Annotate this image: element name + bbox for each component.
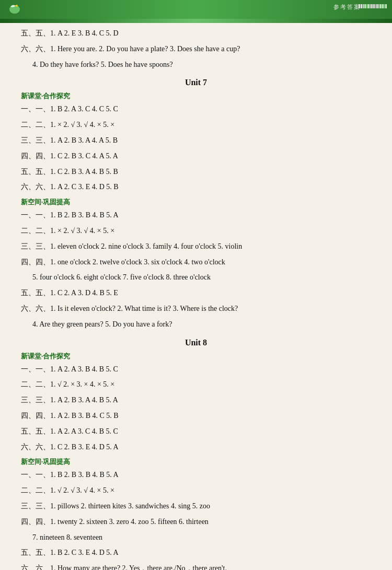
unit7-title: Unit 7: [21, 78, 371, 87]
u8-kj-wu: 五、五、1. B 2. C 3. E 4. D 5. A: [21, 546, 371, 559]
u8-xk-san-content: 三、1. A 2. B 3. A 4. B 5. A: [36, 396, 118, 404]
u8-xk-wu-content: 五、1. A 2. A 3. C 4. B 5. C: [36, 427, 118, 435]
u7-kj-san: 三、三、1. eleven o'clock 2. nine o'clock 3.…: [21, 240, 371, 253]
u8-xk-si-label: 四、: [21, 412, 36, 420]
u7-kj-liu-2-content: 4. Are they green pears? 5. Do you have …: [32, 320, 172, 328]
u8-xk-er-label: 二、: [21, 380, 36, 388]
unit7-xinketang-title: 新课堂·合作探究: [21, 91, 371, 101]
u7-kj-si-1-content: 四、1. one o'clock 2. twelve o'clock 3. si…: [36, 258, 225, 266]
u8-xk-san-label: 三、: [21, 396, 36, 404]
u7-xk-er-content: 二、1. × 2. √ 3. √ 4. × 5. ×: [36, 121, 114, 129]
u8-kj-san: 三、三、1. pillows 2. thirteen kites 3. sand…: [21, 500, 371, 513]
u6-liu-label: 六、: [21, 45, 36, 53]
barcode-lines: [359, 4, 387, 8]
u6-wu-row: 五、五、1. A 2. E 3. B 4. C 5. D: [21, 27, 371, 40]
u7-kj-liu-2: 4. Are they green pears? 5. Do you have …: [21, 318, 371, 331]
u7-kj-liu-1-content: 六、1. Is it eleven o'clock? 2. What time …: [36, 305, 238, 312]
u7-kj-liu-label: 六、: [21, 305, 36, 312]
u8-kj-wu-label: 五、: [21, 549, 36, 556]
u7-kj-yi-content: 一、1. B 2. B 3. B 4. B 5. A: [36, 211, 119, 219]
u8-xk-yi: 一、一、1. A 2. A 3. B 4. B 5. C: [21, 363, 371, 376]
svg-point-1: [16, 5, 18, 7]
u8-kj-si-2-content: 7. nineteen 8. seventeen: [32, 533, 102, 541]
u8-kj-si-2: 7. nineteen 8. seventeen: [21, 531, 371, 544]
u8-xk-liu-label: 六、: [21, 443, 36, 451]
content-area: 五、五、1. A 2. E 3. B 4. C 5. D 六、六、1. Here…: [0, 23, 392, 570]
u6-liu-content1: 六、1. Here you are. 2. Do you have a plat…: [36, 45, 240, 53]
u6-wu-label: 五、: [21, 29, 36, 37]
u7-xk-si: 四、四、1. C 2. B 3. C 4. A 5. A: [21, 150, 371, 162]
unit7-xinkongjian-title: 新空间·巩固提高: [21, 197, 371, 207]
u7-xk-wu-content: 五、1. C 2. B 3. A 4. B 5. B: [36, 168, 118, 176]
u8-kj-wu-content: 五、1. B 2. C 3. E 4. D 5. A: [36, 549, 119, 556]
u7-xk-er-label: 二、: [21, 121, 36, 129]
u7-xk-san: 三、三、1. A 2. B 3. A 4. A 5. B: [21, 134, 371, 147]
u8-xk-er: 二、二、1. √ 2. × 3. × 4. × 5. ×: [21, 378, 371, 391]
u8-xk-si: 四、四、1. A 2. B 3. B 4. C 5. B: [21, 410, 371, 422]
u8-xk-liu: 六、六、1. C 2. B 3. E 4. D 5. A: [21, 441, 371, 453]
unit8-title-text: Unit 8: [185, 338, 207, 347]
decorative-strip: [0, 19, 392, 23]
u7-kj-san-label: 三、: [21, 242, 36, 250]
u7-xk-yi-label: 一、: [21, 105, 36, 113]
u7-kj-wu-content: 五、1. C 2. A 3. D 4. B 5. E: [36, 289, 118, 297]
answer-label: 参考答案: [333, 4, 361, 10]
u7-xk-yi-content: 一、1. B 2. A 3. C 4. C 5. C: [36, 105, 118, 113]
u7-kj-er: 二、二、1. × 2. √ 3. √ 4. × 5. ×: [21, 225, 371, 237]
u7-kj-san-content: 三、1. eleven o'clock 2. nine o'clock 3. f…: [36, 242, 242, 250]
u8-kj-liu-1: 六、六、1. How many are there? 2. Yes，there …: [21, 562, 371, 570]
u8-kj-liu-1-content: 六、1. How many are there? 2. Yes，there ar…: [36, 564, 227, 570]
u8-kj-er-label: 二、: [21, 486, 36, 494]
u7-kj-yi-label: 一、: [21, 211, 36, 219]
u6-liu-content2: 4. Do they have forks? 5. Does he have s…: [32, 61, 173, 68]
u8-xk-wu: 五、五、1. A 2. A 3. C 4. B 5. C: [21, 425, 371, 438]
answer-tag-label: 参考答案: [333, 3, 361, 11]
u7-kj-si-1: 四、四、1. one o'clock 2. twelve o'clock 3. …: [21, 256, 371, 269]
unit8-title: Unit 8: [21, 338, 371, 347]
unit8-xinketang-title: 新课堂·合作探究: [21, 352, 371, 361]
u6-wu-content: 五、1. A 2. E 3. B 4. C 5. D: [36, 29, 119, 37]
u7-kj-liu-1: 六、六、1. Is it eleven o'clock? 2. What tim…: [21, 303, 371, 315]
u8-kj-liu-label: 六、: [21, 564, 36, 570]
u7-xk-yi: 一、一、1. B 2. A 3. C 4. C 5. C: [21, 103, 371, 115]
u8-xk-yi-content: 一、1. A 2. A 3. B 4. B 5. C: [36, 365, 118, 373]
u7-kj-si-label: 四、: [21, 258, 36, 266]
unit7-title-text: Unit 7: [185, 78, 207, 87]
u8-kj-er-content: 二、1. √ 2. √ 3. √ 4. × 5. ×: [36, 486, 114, 494]
unit8-xinkongjian-title: 新空间·巩固提高: [21, 457, 371, 467]
u8-xk-yi-label: 一、: [21, 365, 36, 373]
u7-xk-san-label: 三、: [21, 136, 36, 144]
u8-xk-si-content: 四、1. A 2. B 3. B 4. C 5. B: [36, 412, 119, 420]
unit8-xinketang-label: 新课堂·合作探究: [21, 352, 70, 360]
u7-xk-si-content: 四、1. C 2. B 3. C 4. A 5. A: [36, 152, 118, 160]
u7-kj-wu: 五、五、1. C 2. A 3. D 4. B 5. E: [21, 287, 371, 299]
unit8-xinkongjian-label: 新空间·巩固提高: [21, 458, 70, 466]
unit7-xinketang-label: 新课堂·合作探究: [21, 92, 70, 100]
u8-kj-er: 二、二、1. √ 2. √ 3. √ 4. × 5. ×: [21, 484, 371, 497]
u8-kj-yi-label: 一、: [21, 471, 36, 479]
u6-liu-row1: 六、六、1. Here you are. 2. Do you have a pl…: [21, 43, 371, 55]
barcode-area: [359, 3, 387, 8]
u7-kj-si-2: 5. four o'clock 6. eight o'clock 7. five…: [21, 271, 371, 284]
u7-xk-wu-label: 五、: [21, 168, 36, 176]
u8-xk-san: 三、三、1. A 2. B 3. A 4. B 5. A: [21, 394, 371, 406]
u7-xk-liu-content: 六、1. A 2. C 3. E 4. D 5. B: [36, 183, 119, 191]
u8-kj-si-label: 四、: [21, 518, 36, 526]
u7-kj-er-label: 二、: [21, 227, 36, 235]
u6-liu-row2: 4. Do they have forks? 5. Does he have s…: [21, 59, 371, 71]
u7-kj-er-content: 二、1. × 2. √ 3. √ 4. × 5. ×: [36, 227, 114, 235]
u8-xk-er-content: 二、1. √ 2. × 3. × 4. × 5. ×: [36, 380, 114, 388]
u7-xk-wu: 五、五、1. C 2. B 3. A 4. B 5. B: [21, 166, 371, 178]
u7-xk-er: 二、二、1. × 2. √ 3. √ 4. × 5. ×: [21, 119, 371, 131]
u7-kj-si-2-content: 5. four o'clock 6. eight o'clock 7. five…: [32, 273, 211, 281]
u7-kj-wu-label: 五、: [21, 289, 36, 297]
u7-xk-si-label: 四、: [21, 152, 36, 160]
u8-kj-si-content: 四、1. twenty 2. sixteen 3. zero 4. zoo 5.…: [36, 518, 209, 526]
u7-xk-san-content: 三、1. A 2. B 3. A 4. A 5. B: [36, 136, 118, 144]
unit7-xinkongjian-label: 新空间·巩固提高: [21, 198, 70, 206]
u7-xk-liu: 六、六、1. A 2. C 3. E 4. D 5. B: [21, 181, 371, 193]
u7-xk-liu-label: 六、: [21, 183, 36, 191]
u8-xk-wu-label: 五、: [21, 427, 36, 435]
u7-kj-yi: 一、一、1. B 2. B 3. B 4. B 5. A: [21, 209, 371, 222]
u8-kj-san-content: 三、1. pillows 2. thirteen kites 3. sandwi…: [36, 502, 210, 510]
